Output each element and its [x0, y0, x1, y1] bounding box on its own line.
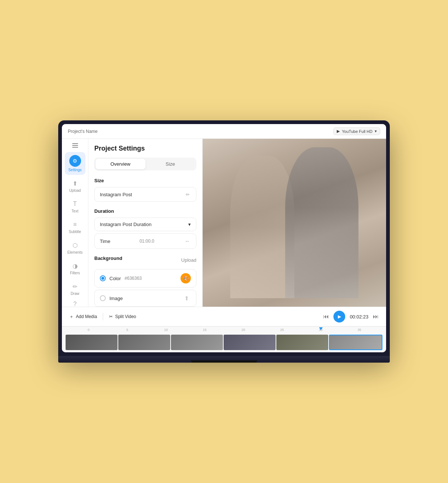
sidebar-item-upload[interactable]: ⬆ Upload — [65, 176, 85, 195]
bg-color-option[interactable]: Color #636363 🎨 — [94, 269, 196, 288]
timeline-clips[interactable] — [62, 333, 386, 352]
laptop-base — [58, 356, 390, 363]
duration-value: Instagram Post Duration — [100, 222, 151, 227]
ruler-10: 10 — [147, 328, 185, 332]
upload-icon: ⬆ — [71, 179, 79, 187]
bg-image-left: Image — [100, 295, 123, 301]
split-video-button[interactable]: ✂ Split Video — [109, 314, 136, 319]
color-radio[interactable] — [100, 275, 106, 281]
sidebar-item-subtitle[interactable]: ≡ Subtitle — [65, 218, 85, 237]
timeline-ruler: 0 5 10 15 20 25 30 35 — [62, 327, 386, 333]
upload-image-icon[interactable]: ⬆ — [182, 294, 191, 303]
sidebar: ⚙ Settings ⬆ Upload T Text — [62, 139, 88, 307]
sidebar-label-draw: Draw — [71, 292, 79, 296]
add-media-button[interactable]: ＋ Add Media — [69, 314, 97, 320]
image-radio[interactable] — [100, 295, 106, 301]
sidebar-item-draw[interactable]: ✏ Draw — [65, 279, 85, 299]
add-media-label: Add Media — [76, 314, 97, 319]
preview-image — [203, 139, 386, 307]
image-label: Image — [109, 296, 123, 301]
chevron-down-icon: ▾ — [188, 222, 191, 227]
ruler-35: 35 — [340, 328, 379, 332]
time-value: 01:00.0 — [140, 239, 154, 244]
ruler-5: 5 — [108, 328, 147, 332]
clip-1[interactable] — [66, 335, 118, 350]
bg-image-option[interactable]: Image ⬆ — [94, 290, 196, 307]
clip-5[interactable] — [276, 335, 328, 350]
time-label: Time — [100, 239, 110, 244]
size-selector[interactable]: Instagram Post ✏ — [94, 187, 196, 202]
time-row: Time 01:00.0 ↔ — [94, 233, 196, 249]
sidebar-label-subtitle: Subtitle — [69, 230, 81, 234]
app-header: Project's Name ▶ YouTube Full HD ▾ — [62, 124, 386, 139]
clip-3[interactable] — [171, 335, 223, 350]
sidebar-item-elements[interactable]: ⬡ Elements — [65, 238, 85, 257]
ruler-30: 30 — [301, 328, 340, 332]
size-value: Instagram Post — [100, 192, 132, 197]
sidebar-item-settings[interactable]: ⚙ Settings — [65, 152, 85, 175]
subtitle-icon: ≡ — [71, 221, 79, 229]
sidebar-label-text: Text — [71, 209, 78, 213]
chevron-down-icon: ▾ — [375, 129, 377, 134]
time-display: 00:02:23 — [350, 314, 368, 320]
help-icon[interactable]: ? — [71, 300, 79, 307]
plus-icon: ＋ — [69, 314, 74, 320]
skip-back-button[interactable]: ⏮ — [323, 313, 329, 320]
skip-forward-button[interactable]: ⏭ — [373, 313, 379, 320]
background-section-label: Background — [94, 255, 122, 261]
hamburger-lines-icon — [72, 143, 78, 148]
text-icon: T — [71, 200, 79, 208]
sidebar-item-filters[interactable]: ◑ Filters — [65, 259, 85, 278]
bg-color-left: Color #636363 — [100, 275, 142, 281]
laptop-wrapper: Project's Name ▶ YouTube Full HD ▾ — [58, 120, 390, 363]
panel-title: Project Settings — [94, 145, 196, 152]
playhead — [319, 327, 323, 330]
ruler-25: 25 — [263, 328, 301, 332]
hamburger-menu[interactable] — [69, 143, 82, 148]
filters-icon: ◑ — [71, 262, 79, 270]
playhead-triangle — [319, 327, 323, 330]
format-badge[interactable]: ▶ YouTube Full HD ▾ — [333, 127, 380, 135]
clip-6-active[interactable] — [329, 335, 382, 350]
tab-size[interactable]: Size — [146, 159, 196, 169]
toolbar-divider — [103, 313, 103, 320]
tab-overview[interactable]: Overview — [95, 159, 146, 169]
duration-section-label: Duration — [94, 208, 196, 214]
split-video-label: Split Video — [115, 314, 136, 319]
color-hex: #636363 — [125, 276, 142, 281]
play-button[interactable]: ▶ — [333, 311, 345, 322]
ruler-15: 15 — [185, 328, 224, 332]
ruler-marks: 0 5 10 15 20 25 30 35 — [69, 328, 379, 332]
draw-icon: ✏ — [71, 282, 79, 290]
sidebar-label-settings: Settings — [68, 168, 81, 172]
screen-inner: Project's Name ▶ YouTube Full HD ▾ — [62, 124, 386, 352]
sidebar-label-elements: Elements — [67, 250, 83, 254]
laptop-screen: Project's Name ▶ YouTube Full HD ▾ — [58, 120, 390, 356]
color-label: Color — [109, 276, 121, 281]
swap-icon[interactable]: ↔ — [183, 237, 191, 245]
project-name: Project's Name — [68, 129, 98, 134]
settings-icon: ⚙ — [69, 155, 81, 167]
format-play-icon: ▶ — [337, 129, 340, 134]
upload-link[interactable]: Upload — [181, 257, 196, 263]
sidebar-label-upload: Upload — [69, 188, 81, 193]
bottom-toolbar: ＋ Add Media ✂ Split Video ⏮ ▶ 00:02:23 ⏭ — [62, 307, 386, 326]
clip-2[interactable] — [118, 335, 170, 350]
duration-dropdown[interactable]: Instagram Post Duration ▾ — [94, 218, 196, 231]
app-body: ⚙ Settings ⬆ Upload T Text — [62, 139, 386, 307]
color-picker-btn[interactable]: 🎨 — [181, 273, 191, 283]
clip-4[interactable] — [224, 335, 276, 350]
ruler-0: 0 — [69, 328, 108, 332]
edit-size-icon[interactable]: ✏ — [184, 191, 191, 198]
playback-controls: ⏮ ▶ 00:02:23 ⏭ — [323, 311, 379, 322]
main-panel: Project Settings Overview Size Size Inst… — [88, 139, 203, 307]
preview-panel — [203, 139, 386, 307]
timeline-area: 0 5 10 15 20 25 30 35 — [62, 326, 386, 352]
tab-switcher: Overview Size — [94, 158, 196, 170]
scissors-icon: ✂ — [109, 314, 113, 319]
background-header: Background Upload — [94, 255, 196, 265]
ruler-20: 20 — [224, 328, 263, 332]
sidebar-item-text[interactable]: T Text — [65, 197, 85, 216]
sidebar-label-filters: Filters — [70, 271, 80, 275]
size-section-label: Size — [94, 178, 196, 183]
